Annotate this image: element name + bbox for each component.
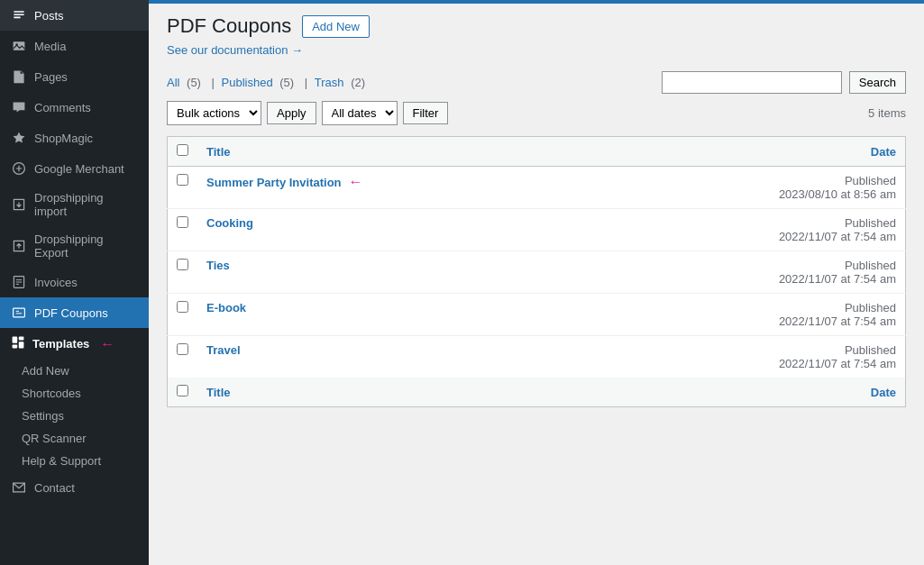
row-checkbox[interactable] [177,216,188,228]
svg-rect-13 [19,342,24,348]
sidebar: Posts Media Pages Comments ShopMagic Goo… [0,0,149,565]
pdf-coupons-icon [11,305,27,321]
row-status: Published [845,343,896,357]
filter-button[interactable]: Filter [403,102,449,124]
date-filter-select[interactable]: All dates [322,101,398,125]
toolbar-row: Bulk actions Apply All dates Filter 5 it… [167,101,906,125]
filter-all[interactable]: All [167,76,179,89]
row-checkbox[interactable] [177,259,188,270]
add-new-label: Add New [22,364,69,378]
sidebar-item-shopmagic[interactable]: ShopMagic [0,123,149,153]
sidebar-item-pdf-coupons[interactable]: PDF Coupons [0,297,149,328]
select-all-col [168,137,198,167]
sidebar-item-label: Google Merchant [34,162,124,176]
svg-rect-0 [14,41,25,50]
qr-scanner-label: QR Scanner [22,432,87,445]
row-checkbox[interactable] [177,301,188,313]
filter-trash[interactable]: Trash [315,76,344,89]
col-header-title[interactable]: Title [197,137,596,167]
table-row: TravelPublished2022/11/07 at 7:54 am [168,336,906,378]
toolbar-left: Bulk actions Apply All dates Filter [167,101,448,125]
sidebar-item-comments[interactable]: Comments [0,92,149,123]
bulk-actions-select[interactable]: Bulk actions [167,101,261,125]
row-title-link[interactable]: E-book [206,301,246,314]
sidebar-item-help-support[interactable]: Help & Support [11,450,149,472]
sidebar-item-qr-scanner[interactable]: QR Scanner [11,427,149,450]
search-area: Search [662,71,906,94]
posts-icon [11,7,27,23]
dropshipping-export-icon [11,238,27,254]
footer-col-date[interactable]: Date [596,378,906,407]
row-title-link[interactable]: Cooking [206,216,253,230]
page-title-row: PDF Coupons Add New [167,14,906,38]
search-input[interactable] [662,71,842,94]
sidebar-item-pages[interactable]: Pages [0,61,149,92]
sidebar-item-dropshipping-export[interactable]: Dropshipping Export [0,225,149,267]
footer-col-title[interactable]: Title [197,378,596,407]
add-new-button[interactable]: Add New [302,15,370,38]
table-row: E-bookPublished2022/11/07 at 7:54 am [168,294,906,336]
sidebar-item-label: Comments [34,101,91,114]
sidebar-section-templates[interactable]: Templates ← [0,328,149,360]
footer-select-all-col [168,378,198,407]
row-status: Published [845,216,896,230]
sidebar-item-posts[interactable]: Posts [0,0,149,31]
shopmagic-icon [11,130,27,146]
table-footer-row: Title Date [168,378,906,407]
sidebar-item-add-new[interactable]: Add New [11,360,149,382]
sidebar-item-google-merchant[interactable]: Google Merchant [0,153,149,184]
contact-icon [11,479,27,496]
sidebar-item-settings[interactable]: Settings [11,405,149,427]
row-status: Published [845,301,896,314]
row-date: 2023/08/10 at 8:56 am [779,187,896,201]
help-support-label: Help & Support [22,454,101,468]
documentation-link[interactable]: See our documentation → [167,43,303,57]
row-title-link[interactable]: Travel [206,343,241,357]
filter-published[interactable]: Published [222,76,273,89]
row-date: 2022/11/07 at 7:54 am [779,230,896,243]
sep2: | [301,76,311,89]
table-row: TiesPublished2022/11/07 at 7:54 am [168,251,906,294]
row-pink-arrow: ← [349,174,363,190]
templates-submenu: Add New Shortcodes Settings QR Scanner H… [0,360,149,472]
row-title-link[interactable]: Summer Party Invitation [206,176,342,189]
templates-icon [11,335,25,352]
row-checkbox[interactable] [177,343,188,355]
sidebar-item-contact[interactable]: Contact [0,472,149,503]
row-checkbox[interactable] [177,174,188,186]
table-row: Summer Party Invitation←Published2023/08… [168,167,906,209]
apply-button[interactable]: Apply [267,102,316,124]
row-title-cell: Travel [197,336,596,378]
status-filter-links: All (5) | Published (5) | Trash (2) [167,76,369,89]
row-checkbox-cell [168,336,198,378]
search-button[interactable]: Search [849,71,906,94]
filter-row: All (5) | Published (5) | Trash (2) Sear… [167,71,906,94]
col-header-date[interactable]: Date [596,137,906,167]
trash-count: (2) [348,76,366,89]
row-date-cell: Published2022/11/07 at 7:54 am [596,336,906,378]
row-title-cell: Cooking [197,209,596,251]
sidebar-item-dropshipping-import[interactable]: Dropshipping import [0,184,149,225]
sidebar-item-invoices[interactable]: Invoices [0,267,149,297]
table-header-row: Title Date [168,137,906,167]
sidebar-item-label: Media [34,40,66,53]
footer-select-all-checkbox[interactable] [177,385,188,396]
row-date: 2022/11/07 at 7:54 am [779,314,896,328]
invoices-icon [11,274,27,290]
sidebar-item-shortcodes[interactable]: Shortcodes [11,382,149,405]
row-checkbox-cell [168,209,198,251]
sidebar-item-label: ShopMagic [34,132,93,145]
sidebar-item-media[interactable]: Media [0,31,149,61]
media-icon [11,38,27,54]
shortcodes-label: Shortcodes [22,387,81,400]
row-title-link[interactable]: Ties [206,259,230,272]
comments-icon [11,99,27,115]
templates-pink-arrow: ← [100,336,114,352]
sidebar-item-label: Posts [34,9,64,23]
select-all-checkbox[interactable] [177,144,188,156]
row-date-cell: Published2023/08/10 at 8:56 am [596,167,906,209]
svg-rect-10 [13,337,18,343]
sidebar-item-label: PDF Coupons [34,306,108,320]
page-title: PDF Coupons [167,14,291,38]
row-date-cell: Published2022/11/07 at 7:54 am [596,294,906,336]
